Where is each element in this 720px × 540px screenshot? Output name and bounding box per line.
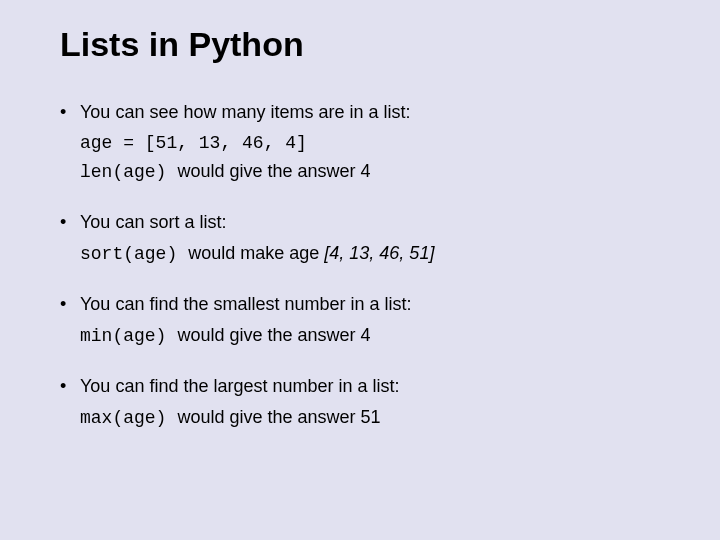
- list-item: • You can find the largest number in a l…: [60, 376, 660, 428]
- result-line: sort(age) would make age [4, 13, 46, 51]: [60, 243, 660, 264]
- result-text: would give the answer 51: [172, 407, 380, 427]
- result-code: sort(age): [80, 244, 177, 264]
- list-item: • You can see how many items are in a li…: [60, 102, 660, 182]
- result-code: max(age): [80, 408, 166, 428]
- result-line: min(age) would give the answer 4: [60, 325, 660, 346]
- result-italic: [4, 13, 46, 51]: [324, 243, 434, 263]
- bullet-list: • You can see how many items are in a li…: [60, 102, 660, 428]
- result-code: len(age): [80, 162, 166, 182]
- bullet-icon: •: [60, 376, 80, 397]
- bullet-icon: •: [60, 294, 80, 315]
- lead-text: You can find the smallest number in a li…: [80, 294, 412, 315]
- result-text: would give the answer 4: [172, 325, 370, 345]
- lead-text: You can see how many items are in a list…: [80, 102, 411, 123]
- result-line: len(age) would give the answer 4: [60, 161, 660, 182]
- result-line: max(age) would give the answer 51: [60, 407, 660, 428]
- bullet-lead: • You can find the largest number in a l…: [60, 376, 660, 397]
- result-text: would give the answer 4: [172, 161, 370, 181]
- list-item: • You can find the smallest number in a …: [60, 294, 660, 346]
- bullet-lead: • You can find the smallest number in a …: [60, 294, 660, 315]
- lead-text: You can find the largest number in a lis…: [80, 376, 400, 397]
- result-text: would make age: [183, 243, 324, 263]
- bullet-lead: • You can sort a list:: [60, 212, 660, 233]
- bullet-lead: • You can see how many items are in a li…: [60, 102, 660, 123]
- slide-title: Lists in Python: [60, 25, 660, 64]
- code-line: age = [51, 13, 46, 4]: [60, 133, 660, 153]
- bullet-icon: •: [60, 102, 80, 123]
- lead-text: You can sort a list:: [80, 212, 226, 233]
- result-code: min(age): [80, 326, 166, 346]
- bullet-icon: •: [60, 212, 80, 233]
- list-item: • You can sort a list: sort(age) would m…: [60, 212, 660, 264]
